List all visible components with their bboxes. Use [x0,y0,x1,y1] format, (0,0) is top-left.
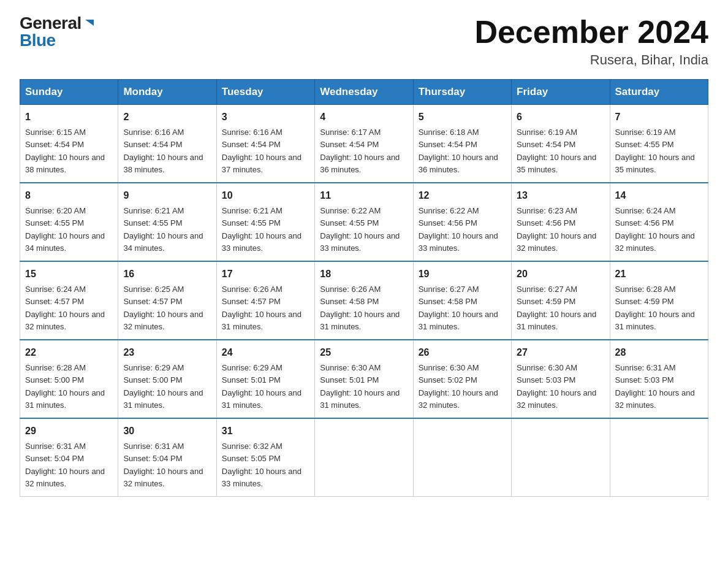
page-subtitle: Rusera, Bihar, India [474,52,708,68]
day-number: 14 [615,188,703,203]
day-number: 20 [517,267,604,282]
day-number: 15 [25,267,113,282]
calendar-cell [512,418,610,497]
calendar-cell: 18 Sunrise: 6:26 AMSunset: 4:58 PMDaylig… [315,261,413,340]
calendar-cell: 3 Sunrise: 6:16 AMSunset: 4:54 PMDayligh… [216,105,314,183]
day-info: Sunrise: 6:30 AMSunset: 5:03 PMDaylight:… [517,363,596,410]
day-number: 19 [419,267,506,282]
calendar-cell: 17 Sunrise: 6:26 AMSunset: 4:57 PMDaylig… [216,261,314,340]
header-tuesday: Tuesday [216,80,314,105]
day-info: Sunrise: 6:24 AMSunset: 4:57 PMDaylight:… [25,285,105,331]
day-number: 25 [320,345,408,360]
week-row-1: 1 Sunrise: 6:15 AMSunset: 4:54 PMDayligh… [20,105,708,183]
calendar-cell: 27 Sunrise: 6:30 AMSunset: 5:03 PMDaylig… [512,340,610,418]
header-saturday: Saturday [610,80,708,105]
calendar-cell: 29 Sunrise: 6:31 AMSunset: 5:04 PMDaylig… [20,418,118,497]
day-info: Sunrise: 6:31 AMSunset: 5:03 PMDaylight:… [615,363,695,410]
day-info: Sunrise: 6:19 AMSunset: 4:55 PMDaylight:… [615,128,695,174]
day-info: Sunrise: 6:23 AMSunset: 4:56 PMDaylight:… [517,206,596,253]
day-info: Sunrise: 6:16 AMSunset: 4:54 PMDaylight:… [222,128,301,174]
page-header: General Blue December 2024 Rusera, Bihar… [20,15,708,68]
svg-marker-0 [85,20,94,26]
day-info: Sunrise: 6:16 AMSunset: 4:54 PMDaylight:… [123,128,203,174]
calendar-cell: 4 Sunrise: 6:17 AMSunset: 4:54 PMDayligh… [315,105,413,183]
calendar-cell: 9 Sunrise: 6:21 AMSunset: 4:55 PMDayligh… [118,183,216,261]
day-number: 24 [222,345,309,360]
calendar-cell: 5 Sunrise: 6:18 AMSunset: 4:54 PMDayligh… [413,105,511,183]
calendar-cell: 12 Sunrise: 6:22 AMSunset: 4:56 PMDaylig… [413,183,511,261]
calendar-cell: 15 Sunrise: 6:24 AMSunset: 4:57 PMDaylig… [20,261,118,340]
calendar-cell [610,418,708,497]
day-info: Sunrise: 6:15 AMSunset: 4:54 PMDaylight:… [25,128,105,174]
day-number: 26 [419,345,506,360]
day-number: 1 [25,110,113,124]
day-info: Sunrise: 6:22 AMSunset: 4:56 PMDaylight:… [419,206,498,253]
day-number: 8 [25,188,113,203]
calendar-cell [315,418,413,497]
day-info: Sunrise: 6:26 AMSunset: 4:58 PMDaylight:… [320,285,400,331]
day-number: 16 [123,267,211,282]
calendar-body: 1 Sunrise: 6:15 AMSunset: 4:54 PMDayligh… [20,105,708,497]
day-number: 9 [123,188,211,203]
calendar-cell: 28 Sunrise: 6:31 AMSunset: 5:03 PMDaylig… [610,340,708,418]
day-number: 30 [123,424,211,439]
header-thursday: Thursday [413,80,511,105]
day-info: Sunrise: 6:32 AMSunset: 5:05 PMDaylight:… [222,442,301,488]
day-number: 7 [615,110,703,124]
calendar-header: SundayMondayTuesdayWednesdayThursdayFrid… [20,80,708,105]
calendar-cell: 22 Sunrise: 6:28 AMSunset: 5:00 PMDaylig… [20,340,118,418]
day-number: 13 [517,188,604,203]
calendar-cell: 7 Sunrise: 6:19 AMSunset: 4:55 PMDayligh… [610,105,708,183]
calendar-cell: 13 Sunrise: 6:23 AMSunset: 4:56 PMDaylig… [512,183,610,261]
day-number: 10 [222,188,309,203]
day-info: Sunrise: 6:28 AMSunset: 4:59 PMDaylight:… [615,285,695,331]
day-info: Sunrise: 6:20 AMSunset: 4:55 PMDaylight:… [25,206,105,253]
day-info: Sunrise: 6:21 AMSunset: 4:55 PMDaylight:… [123,206,203,253]
calendar-cell: 19 Sunrise: 6:27 AMSunset: 4:58 PMDaylig… [413,261,511,340]
day-info: Sunrise: 6:29 AMSunset: 5:00 PMDaylight:… [123,363,203,410]
calendar-cell: 31 Sunrise: 6:32 AMSunset: 5:05 PMDaylig… [216,418,314,497]
day-info: Sunrise: 6:18 AMSunset: 4:54 PMDaylight:… [419,128,498,174]
day-number: 18 [320,267,408,282]
page-title: December 2024 [474,15,708,50]
day-number: 21 [615,267,703,282]
title-block: December 2024 Rusera, Bihar, India [474,15,708,68]
calendar-cell: 24 Sunrise: 6:29 AMSunset: 5:01 PMDaylig… [216,340,314,418]
day-number: 31 [222,424,309,439]
calendar-cell: 14 Sunrise: 6:24 AMSunset: 4:56 PMDaylig… [610,183,708,261]
day-number: 2 [123,110,211,124]
day-info: Sunrise: 6:30 AMSunset: 5:02 PMDaylight:… [419,363,498,410]
day-info: Sunrise: 6:31 AMSunset: 5:04 PMDaylight:… [25,442,105,488]
day-info: Sunrise: 6:30 AMSunset: 5:01 PMDaylight:… [320,363,400,410]
calendar-cell: 23 Sunrise: 6:29 AMSunset: 5:00 PMDaylig… [118,340,216,418]
header-monday: Monday [118,80,216,105]
day-number: 11 [320,188,408,203]
week-row-2: 8 Sunrise: 6:20 AMSunset: 4:55 PMDayligh… [20,183,708,261]
week-row-4: 22 Sunrise: 6:28 AMSunset: 5:00 PMDaylig… [20,340,708,418]
calendar-cell [413,418,511,497]
day-info: Sunrise: 6:21 AMSunset: 4:55 PMDaylight:… [222,206,301,253]
header-row: SundayMondayTuesdayWednesdayThursdayFrid… [20,80,708,105]
logo-general: General [20,15,82,32]
day-info: Sunrise: 6:17 AMSunset: 4:54 PMDaylight:… [320,128,400,174]
calendar-cell: 30 Sunrise: 6:31 AMSunset: 5:04 PMDaylig… [118,418,216,497]
logo-blue: Blue [20,31,56,50]
day-info: Sunrise: 6:27 AMSunset: 4:58 PMDaylight:… [419,285,498,331]
calendar-cell: 11 Sunrise: 6:22 AMSunset: 4:55 PMDaylig… [315,183,413,261]
calendar-cell: 26 Sunrise: 6:30 AMSunset: 5:02 PMDaylig… [413,340,511,418]
day-info: Sunrise: 6:31 AMSunset: 5:04 PMDaylight:… [123,442,203,488]
day-info: Sunrise: 6:24 AMSunset: 4:56 PMDaylight:… [615,206,695,253]
day-info: Sunrise: 6:25 AMSunset: 4:57 PMDaylight:… [123,285,203,331]
day-number: 6 [517,110,604,124]
header-friday: Friday [512,80,610,105]
day-number: 23 [123,345,211,360]
day-number: 3 [222,110,309,124]
header-wednesday: Wednesday [315,80,413,105]
logo-arrow-icon [83,16,96,29]
calendar-cell: 20 Sunrise: 6:27 AMSunset: 4:59 PMDaylig… [512,261,610,340]
day-number: 27 [517,345,604,360]
calendar-cell: 16 Sunrise: 6:25 AMSunset: 4:57 PMDaylig… [118,261,216,340]
day-number: 12 [419,188,506,203]
calendar-cell: 10 Sunrise: 6:21 AMSunset: 4:55 PMDaylig… [216,183,314,261]
calendar-cell: 1 Sunrise: 6:15 AMSunset: 4:54 PMDayligh… [20,105,118,183]
